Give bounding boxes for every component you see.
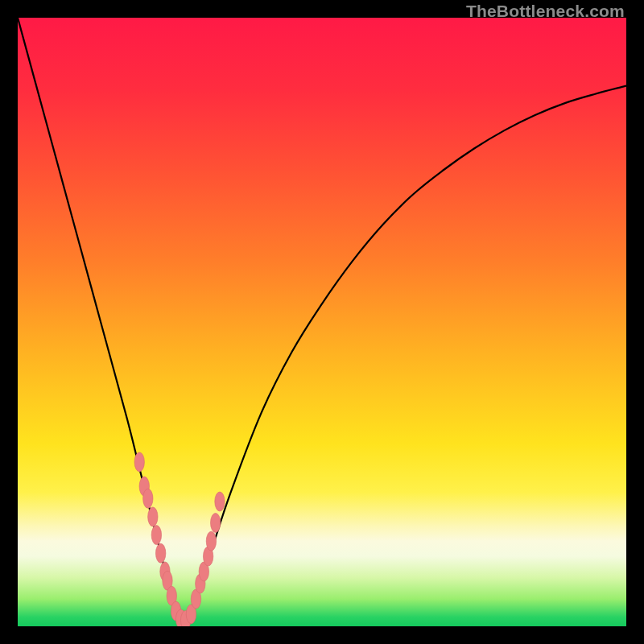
chart-frame [18,18,626,626]
watermark-label: TheBottleneck.com [466,2,625,21]
sample-marker [215,492,225,511]
sample-marker [155,543,165,563]
sample-marker [134,452,144,472]
sample-marker [143,489,153,508]
sample-marker [151,526,161,545]
bottleneck-chart [18,18,626,626]
sample-marker [206,531,216,551]
sample-marker [211,513,221,532]
sample-marker [148,507,158,526]
gradient-background [18,18,626,626]
